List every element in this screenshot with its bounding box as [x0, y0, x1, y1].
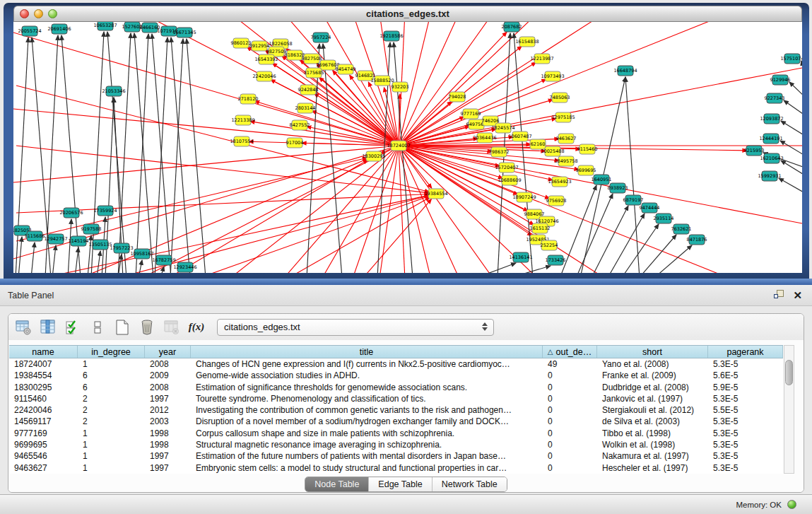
close-window-icon[interactable]: [20, 9, 29, 18]
graph-node[interactable]: 2803144: [295, 103, 316, 113]
graph-node[interactable]: 12213987: [530, 54, 553, 64]
close-panel-icon[interactable]: ✕: [793, 290, 802, 300]
graph-node[interactable]: 16543392: [254, 54, 278, 64]
graph-node[interactable]: 932203: [392, 82, 409, 92]
graph-node[interactable]: 8454749: [336, 64, 356, 74]
window-title-bar[interactable]: citations_edges.txt: [13, 6, 802, 22]
graph-node[interactable]: 7986372: [489, 147, 510, 157]
column-header-in_degree[interactable]: in_degree: [78, 346, 145, 358]
delete-table-icon[interactable]: [139, 319, 155, 336]
graph-node[interactable]: 18907249: [512, 192, 536, 202]
graph-node[interactable]: 9699695: [576, 165, 596, 175]
graph-node[interactable]: 2087682: [502, 22, 522, 32]
graph-node[interactable]: 794028: [449, 92, 466, 102]
graph-node[interactable]: 9242848: [298, 85, 319, 95]
graph-node[interactable]: 3175685: [304, 68, 324, 78]
graph-node[interactable]: 1733426: [546, 255, 566, 265]
graph-node[interactable]: 16671345: [172, 28, 196, 37]
graph-node[interactable]: 9860123: [231, 38, 252, 48]
column-header-title[interactable]: title: [191, 346, 543, 358]
minimize-window-icon[interactable]: [34, 9, 43, 18]
table-row[interactable]: 969969511998Structural magnetic resonanc…: [9, 439, 783, 450]
table-settings-icon[interactable]: [15, 319, 32, 336]
graph-node[interactable]: 2718120: [238, 94, 259, 104]
table-row[interactable]: 946362711997Embryonic stem cells: a mode…: [9, 462, 783, 474]
float-window-icon[interactable]: [774, 290, 784, 300]
graph-node[interactable]: 8215953: [744, 146, 765, 156]
graph-node[interactable]: 10688609: [498, 175, 521, 185]
graph-node[interactable]: 13654923: [548, 177, 571, 187]
graph-node[interactable]: 13505135: [88, 240, 112, 250]
table-row[interactable]: 911546021997Tourette syndrome. Phenomeno…: [9, 393, 783, 404]
graph-node[interactable]: 9197588: [81, 224, 102, 234]
graph-node[interactable]: 20206576: [59, 208, 83, 218]
graph-node[interactable]: 1115686: [25, 231, 45, 241]
table-row[interactable]: 1456911722003Disruption of a novel membe…: [9, 416, 783, 427]
select-attributes-icon[interactable]: [64, 319, 81, 336]
row-height-icon[interactable]: [89, 319, 106, 336]
graph-node[interactable]: 9115460: [577, 144, 598, 154]
graph-node[interactable]: 21053346: [102, 86, 125, 96]
column-header-out_de[interactable]: △out_de…: [543, 346, 597, 358]
table-selector-dropdown[interactable]: citations_edges.txt: [217, 319, 494, 336]
network-graph[interactable]: 2005572420691406106532871527602846616010…: [13, 22, 802, 273]
graph-node[interactable]: 252254: [541, 240, 558, 250]
column-header-name[interactable]: name: [9, 346, 78, 358]
vertical-scrollbar[interactable]: [784, 345, 794, 474]
graph-node[interactable]: 22420046: [252, 71, 276, 81]
new-table-icon[interactable]: [114, 319, 131, 336]
graph-node[interactable]: 9129946: [770, 75, 791, 85]
zoom-window-icon[interactable]: [48, 9, 57, 18]
graph-node[interactable]: 9756928: [546, 196, 567, 206]
graph-node[interactable]: 12444191: [759, 134, 782, 144]
graph-node[interactable]: 1640951: [592, 175, 612, 185]
panel-splitter[interactable]: [0, 279, 812, 285]
graph-node[interactable]: 12942757: [44, 234, 67, 244]
graph-node[interactable]: 17359924: [93, 206, 117, 216]
column-header-pagerank[interactable]: pagerank: [708, 346, 783, 358]
graph-node[interactable]: 1145194: [69, 236, 89, 246]
graph-node[interactable]: 19384554: [424, 189, 447, 199]
graph-node[interactable]: 8938923: [608, 183, 628, 193]
network-canvas[interactable]: 2005572420691406106532871527602846616010…: [13, 22, 802, 273]
graph-node[interactable]: 18107554: [230, 136, 253, 146]
graph-node[interactable]: 10025488: [541, 146, 564, 156]
column-header-short[interactable]: short: [597, 346, 708, 358]
graph-node[interactable]: 62160: [530, 139, 546, 149]
graph-node[interactable]: 7957224: [311, 33, 331, 42]
graph-node[interactable]: 9777169: [461, 109, 481, 119]
table-row[interactable]: 946554611997Estimation of the future num…: [9, 450, 783, 462]
graph-node[interactable]: 15720407: [495, 163, 518, 173]
graph-node[interactable]: 12213389: [231, 115, 254, 125]
graph-node[interactable]: 1615132: [530, 223, 551, 233]
graph-node[interactable]: 9227343: [765, 93, 785, 103]
tab-node-table[interactable]: Node Table: [305, 477, 368, 491]
table-row[interactable]: 1938455462009Genome-wide association stu…: [9, 370, 783, 381]
tab-edge-table[interactable]: Edge Table: [368, 477, 431, 491]
graph-node[interactable]: 18495758: [554, 156, 577, 166]
graph-node[interactable]: 12093872: [760, 114, 783, 124]
graph-node[interactable]: 16648794: [613, 66, 637, 76]
graph-node[interactable]: 7632621: [671, 224, 692, 234]
graph-node[interactable]: 16154838: [515, 37, 539, 47]
graph-node[interactable]: 10653287: [93, 22, 117, 30]
table-row[interactable]: 977716911998Corpus callosum shape and si…: [9, 428, 783, 439]
graph-node[interactable]: 6879197: [623, 195, 644, 205]
select-columns-icon[interactable]: [40, 319, 57, 336]
graph-node[interactable]: 8471876: [687, 235, 707, 245]
tab-network-table[interactable]: Network Table: [432, 477, 507, 491]
table-row[interactable]: 1830029562008Estimation of significance …: [9, 382, 783, 393]
column-header-year[interactable]: year: [145, 346, 191, 358]
graph-node[interactable]: 9474444: [640, 203, 660, 213]
graph-node[interactable]: 15992931: [758, 171, 781, 181]
graph-node[interactable]: 9463627: [556, 134, 577, 144]
function-builder-icon[interactable]: f(x): [188, 319, 205, 336]
memory-status-indicator[interactable]: [787, 500, 796, 509]
graph-node[interactable]: 20691406: [47, 24, 71, 34]
graph-node[interactable]: 14136141: [509, 252, 532, 262]
graph-node[interactable]: 18245574: [491, 123, 514, 133]
graph-node[interactable]: 15751074: [780, 54, 802, 64]
graph-node[interactable]: 2935114: [654, 214, 674, 223]
graph-node[interactable]: 10958167: [130, 249, 153, 259]
graph-node[interactable]: 7485063: [550, 93, 570, 103]
